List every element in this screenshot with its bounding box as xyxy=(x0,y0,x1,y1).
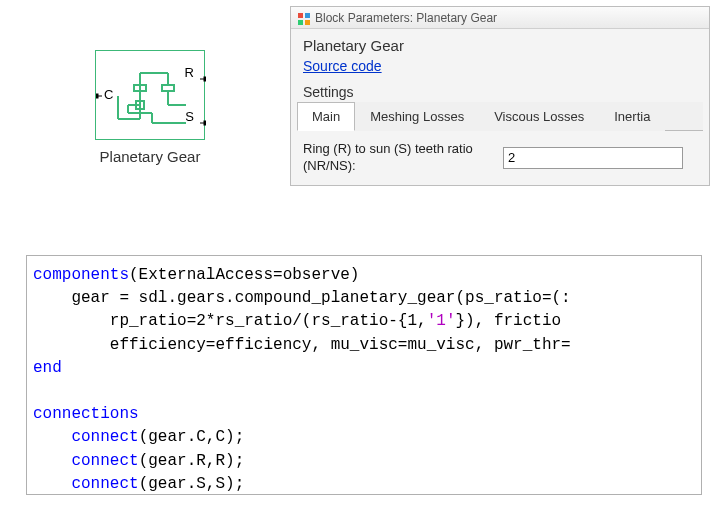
source-code-link[interactable]: Source code xyxy=(291,58,394,80)
block-parameters-dialog: Block Parameters: Planetary Gear Planeta… xyxy=(290,6,710,186)
param-row-teeth-ratio: Ring (R) to sun (S) teeth ratio (NR/NS): xyxy=(291,131,709,185)
dialog-titlebar: Block Parameters: Planetary Gear xyxy=(291,7,709,29)
port-r-label: R xyxy=(185,65,194,80)
tab-main[interactable]: Main xyxy=(297,102,355,131)
svg-rect-20 xyxy=(204,121,206,125)
param-label-teeth-ratio: Ring (R) to sun (S) teeth ratio (NR/NS): xyxy=(303,141,493,175)
svg-rect-22 xyxy=(305,13,310,18)
block-icon: C R S xyxy=(95,50,205,140)
port-c-label: C xyxy=(104,87,113,102)
svg-rect-16 xyxy=(96,94,98,98)
tab-bar: Main Meshing Losses Viscous Losses Inert… xyxy=(297,102,703,131)
source-code-panel: components(ExternalAccess=observe) gear … xyxy=(26,255,702,495)
tab-inertia[interactable]: Inertia xyxy=(599,102,665,131)
block-label: Planetary Gear xyxy=(70,148,230,165)
dialog-title-text: Block Parameters: Planetary Gear xyxy=(315,11,497,25)
tab-viscous-losses[interactable]: Viscous Losses xyxy=(479,102,599,131)
settings-label: Settings xyxy=(291,80,709,102)
port-s-label: S xyxy=(185,109,194,124)
dialog-heading: Planetary Gear xyxy=(291,29,709,58)
tab-meshing-losses[interactable]: Meshing Losses xyxy=(355,102,479,131)
svg-rect-18 xyxy=(204,77,206,81)
svg-rect-24 xyxy=(305,20,310,25)
planetary-gear-block[interactable]: C R S Planetary Gear xyxy=(70,50,230,165)
svg-rect-23 xyxy=(298,20,303,25)
code-listing: components(ExternalAccess=observe) gear … xyxy=(27,256,701,495)
teeth-ratio-input[interactable] xyxy=(503,147,683,169)
svg-rect-6 xyxy=(162,85,174,91)
svg-rect-21 xyxy=(298,13,303,18)
app-icon xyxy=(297,12,311,26)
